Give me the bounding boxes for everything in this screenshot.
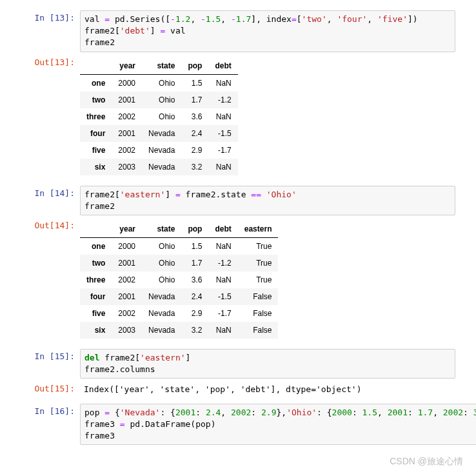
text-output-15: Index(['year', 'state', 'pop', 'debt'], … bbox=[80, 381, 455, 398]
dataframe-table-14: yearstatepopdebteasternone2000Ohio1.5NaN… bbox=[80, 221, 278, 339]
cell-15-input: In [15]: del frame2['eastern'] frame2.co… bbox=[21, 349, 455, 379]
cell-14-input: In [14]: frame2['eastern'] = frame2.stat… bbox=[21, 186, 455, 215]
in-prompt-13: In [13]: bbox=[21, 10, 80, 23]
cell-16-input: In [16]: pop = {'Nevada': {2001: 2.4, 20… bbox=[21, 404, 455, 446]
cell-13-input: In [13]: val = pd.Series([-1.2, -1.5, -1… bbox=[21, 10, 455, 52]
cell-14-output: Out[14]: yearstatepopdebteasternone2000O… bbox=[21, 218, 455, 346]
dataframe-table-13: yearstatepopdebtone2000Ohio1.5NaNtwo2001… bbox=[80, 57, 238, 175]
cell-15-output: Out[15]: Index(['year', 'state', 'pop', … bbox=[21, 381, 455, 398]
in-prompt-15: In [15]: bbox=[21, 349, 80, 361]
in-prompt-16: In [16]: bbox=[21, 404, 80, 416]
out-prompt-15: Out[15]: bbox=[21, 381, 80, 393]
out-prompt-14: Out[14]: bbox=[21, 218, 80, 230]
in-prompt-14: In [14]: bbox=[21, 186, 80, 198]
code-input-15[interactable]: del frame2['eastern'] frame2.columns bbox=[80, 349, 455, 379]
dataframe-13: yearstatepopdebtone2000Ohio1.5NaNtwo2001… bbox=[80, 55, 455, 183]
watermark: CSDN @旅途心情 bbox=[390, 456, 463, 458]
code-input-14[interactable]: frame2['eastern'] = frame2.state == 'Ohi… bbox=[80, 186, 455, 215]
dataframe-14: yearstatepopdebteasternone2000Ohio1.5NaN… bbox=[80, 218, 455, 346]
out-prompt-13: Out[13]: bbox=[21, 55, 80, 67]
code-input-16[interactable]: pop = {'Nevada': {2001: 2.4, 2002: 2.9},… bbox=[80, 404, 476, 446]
code-input-13[interactable]: val = pd.Series([-1.2, -1.5, -1.7], inde… bbox=[80, 10, 455, 52]
cell-13-output: Out[13]: yearstatepopdebtone2000Ohio1.5N… bbox=[21, 55, 455, 183]
